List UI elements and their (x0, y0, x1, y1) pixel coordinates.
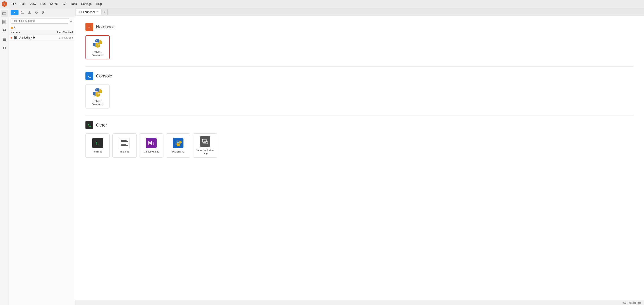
python-console-icon (92, 87, 103, 98)
status-bar: CSN @slide_csc (75, 300, 644, 305)
python-notebook-icon (92, 38, 103, 49)
refresh-button[interactable] (34, 9, 40, 15)
contextual-help-card[interactable]: Show Contextual Help (193, 133, 217, 158)
file-row[interactable]: 📓 Untitled.ipynb a minute ago (9, 35, 75, 40)
text-file-label: Text File (120, 150, 129, 153)
menu-tabs[interactable]: Tabs (69, 2, 78, 6)
svg-point-12 (42, 13, 43, 14)
svg-point-11 (44, 11, 45, 12)
file-toolbar: + + (9, 8, 75, 17)
svg-point-16 (96, 40, 97, 41)
launcher-tab[interactable]: Launcher × (76, 8, 101, 15)
app-layout: + + (0, 8, 644, 305)
sidebar-git-icon[interactable] (1, 27, 8, 34)
terminal-label: Terminal (93, 150, 102, 153)
terminal-card-icon: $_ (92, 138, 103, 148)
other-section-title: Other (96, 123, 107, 128)
svg-rect-14 (79, 11, 82, 13)
file-browser-panel: + + (9, 8, 75, 305)
menu-run[interactable]: Run (38, 2, 47, 6)
menu-edit[interactable]: Edit (19, 2, 27, 6)
upload-button[interactable] (26, 9, 32, 15)
text-file-card-icon (119, 138, 130, 148)
menu-file[interactable]: File (10, 2, 18, 6)
svg-point-5 (5, 29, 6, 30)
svg-point-21 (179, 145, 180, 145)
markdown-file-card[interactable]: M↓ Markdown File (139, 133, 164, 158)
console-section-header: >_ Console (86, 72, 634, 80)
console-section-title: Console (96, 73, 112, 78)
launcher-panel: Notebook (75, 16, 644, 300)
sidebar-commands-icon[interactable] (1, 36, 8, 43)
sidebar-running-icon[interactable] (1, 18, 8, 25)
file-modified-time: a minute ago (46, 36, 73, 39)
main-content: Launcher × + Notebook (75, 8, 644, 305)
contextual-help-card-icon (200, 136, 210, 147)
app-logo: C (2, 1, 7, 6)
svg-point-18 (96, 89, 97, 90)
menu-bar: C File Edit View Run Kernel Git Tabs Set… (0, 0, 644, 8)
menu-git[interactable]: Git (61, 2, 68, 6)
py3-notebook-label: Python 3 (ipykernel) (88, 50, 108, 57)
notebook-section-icon (86, 23, 94, 31)
notebook-grid: Python 3 (ipykernel) (86, 35, 634, 59)
notebook-section-title: Notebook (96, 24, 115, 29)
menu-help[interactable]: Help (94, 2, 104, 6)
new-tab-button[interactable]: + (102, 9, 108, 15)
svg-point-4 (3, 29, 4, 30)
py3-notebook-card[interactable]: Python 3 (ipykernel) (86, 35, 110, 59)
close-tab-icon[interactable]: × (96, 10, 98, 13)
breadcrumb: / (9, 25, 75, 30)
text-file-card[interactable]: Text File (112, 133, 136, 158)
svg-point-20 (177, 141, 178, 141)
notebook-section-header: Notebook (86, 23, 634, 31)
svg-point-17 (98, 45, 99, 46)
svg-rect-1 (3, 12, 6, 15)
svg-point-10 (42, 11, 43, 12)
menu-kernel[interactable]: Kernel (48, 2, 60, 6)
svg-rect-23 (204, 141, 208, 144)
icon-sidebar (0, 8, 9, 305)
file-status-dot (10, 37, 12, 38)
console-grid: Python 3 (ipykernel) (86, 84, 634, 108)
python-file-card[interactable]: Python File (166, 133, 190, 158)
menu-settings[interactable]: Settings (80, 2, 94, 6)
search-input[interactable] (10, 18, 69, 23)
markdown-card-icon: M↓ (146, 138, 156, 148)
sidebar-extensions-icon[interactable] (1, 45, 8, 52)
sidebar-files-icon[interactable] (1, 10, 8, 17)
launcher-tab-icon (79, 10, 82, 13)
sort-name-button[interactable]: Name ▲ (10, 31, 46, 34)
svg-point-6 (3, 31, 4, 32)
svg-point-19 (98, 94, 99, 95)
divider-2 (86, 115, 634, 116)
svg-rect-8 (3, 39, 6, 40)
git-clone-button[interactable] (40, 9, 47, 15)
search-bar (9, 17, 75, 25)
open-folder-button[interactable] (20, 9, 26, 15)
new-launcher-button[interactable]: + + (10, 10, 18, 15)
py3-console-card[interactable]: Python 3 (ipykernel) (86, 84, 110, 108)
python-file-card-icon (173, 138, 184, 148)
contextual-help-label: Show Contextual Help (195, 149, 215, 155)
py3-console-label: Python 3 (ipykernel) (88, 99, 108, 106)
svg-rect-3 (3, 21, 6, 23)
folder-icon (10, 26, 13, 29)
other-grid: $_ Terminal Text File (86, 133, 634, 158)
notebook-icon: 📓 (14, 36, 18, 39)
menu-view[interactable]: View (28, 2, 38, 6)
svg-rect-9 (3, 40, 6, 41)
sort-arrow-icon: ▲ (18, 31, 21, 34)
status-text: CSN @slide_csc (623, 302, 641, 304)
divider-1 (86, 66, 634, 67)
python-file-label: Python File (172, 150, 184, 153)
other-section-header: $_ Other (86, 121, 634, 129)
other-section-icon: $_ (86, 121, 94, 129)
search-icon (70, 19, 73, 22)
file-table: 📓 Untitled.ipynb a minute ago (9, 35, 75, 305)
console-section-icon: >_ (86, 72, 94, 80)
svg-rect-7 (3, 38, 6, 39)
plus-icon: + (14, 11, 16, 14)
terminal-card[interactable]: $_ Terminal (86, 133, 110, 158)
tab-bar: Launcher × + (75, 8, 644, 16)
